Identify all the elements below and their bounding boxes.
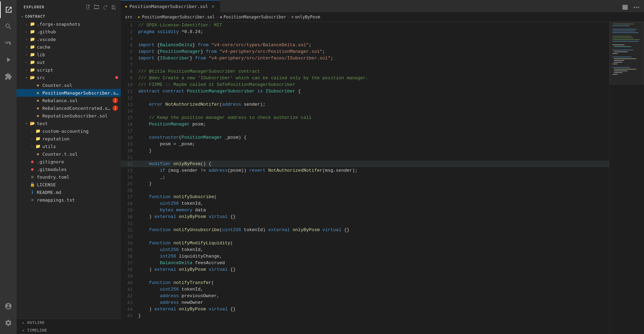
split-editor-button[interactable] bbox=[620, 2, 630, 12]
file-gitmodules[interactable]: ● .gitmodules bbox=[17, 165, 121, 173]
code-line-34: 34 function notifyModifyLiquidity( bbox=[121, 240, 609, 246]
sidebar-header-icons bbox=[85, 3, 117, 10]
folder-forge-snapshots[interactable]: › 📁 .forge-snapshots bbox=[17, 20, 121, 28]
code-line-43: 43 address newOwner bbox=[121, 299, 609, 306]
folder-github[interactable]: › 📁 .github bbox=[17, 28, 121, 35]
foundry-icon: ⚙ bbox=[29, 174, 35, 179]
folder-test[interactable]: ▾ 📂 test bbox=[17, 120, 121, 127]
folder-lib[interactable]: › 📁 lib bbox=[17, 51, 121, 58]
reputation-folder-label: reputation bbox=[42, 136, 69, 141]
custom-accounting-icon: 📁 bbox=[35, 129, 41, 133]
folder-out[interactable]: › 📁 out bbox=[17, 58, 121, 66]
file-counter-sol[interactable]: ◆ Counter.sol bbox=[17, 81, 121, 89]
folder-cache[interactable]: › 📁 cache bbox=[17, 43, 121, 51]
tab-posmanager[interactable]: ◆ PositionManagerSubscriber.sol ✕ bbox=[121, 0, 220, 12]
rebalance-sol-icon: ◆ bbox=[35, 98, 41, 103]
folder-vscode[interactable]: › 📁 .vscode bbox=[17, 35, 121, 43]
main-editor-area: ◆ PositionManagerSubscriber.sol ✕ src › … bbox=[121, 0, 644, 334]
file-posmanager-sol[interactable]: ◆ PositionManagerSubscriber.sol bbox=[17, 89, 121, 97]
code-line-45: 45 } bbox=[121, 312, 609, 319]
reputation-sol-icon: ◆ bbox=[35, 113, 41, 118]
file-tree: ▾ CONTRACT › 📁 .forge-snapshots › 📁 .git… bbox=[17, 13, 121, 319]
bottom-panels: ▸ OUTLINE bbox=[17, 319, 121, 326]
folder-script[interactable]: › 📁 script bbox=[17, 66, 121, 74]
code-line-23: 23 if (msg.sender != address(posm)) reve… bbox=[121, 167, 609, 174]
counter-sol-icon: ◆ bbox=[35, 83, 41, 88]
sidebar-title: EXPLORER bbox=[24, 5, 44, 9]
file-rebalance-sol[interactable]: ◆ Rebalance.sol 2 bbox=[17, 97, 121, 104]
license-label: LICENSE bbox=[37, 182, 56, 187]
code-line-3: 3 bbox=[121, 35, 609, 42]
folder-reputation[interactable]: › 📁 reputation bbox=[17, 135, 121, 142]
more-actions-button[interactable] bbox=[632, 2, 641, 12]
code-line-8: 8 /// @title PositionManagerSubscriber c… bbox=[121, 68, 609, 75]
minimap bbox=[609, 22, 644, 334]
remappings-icon: ≡ bbox=[29, 197, 35, 202]
code-line-28: 28 uint256 tokenId, bbox=[121, 200, 609, 207]
folder-src-label: src bbox=[37, 75, 45, 80]
activity-bar bbox=[0, 0, 17, 334]
file-gitignore[interactable]: ● .gitignore bbox=[17, 158, 121, 165]
file-readme[interactable]: ℹ README.md bbox=[17, 188, 121, 196]
file-counter-t-sol[interactable]: ◆ Counter.t.sol bbox=[17, 150, 121, 158]
file-foundry-toml[interactable]: ⚙ foundry.toml bbox=[17, 173, 121, 181]
search-icon[interactable] bbox=[0, 18, 17, 35]
code-line-42: 42 address previousOwner, bbox=[121, 293, 609, 299]
root-arrow: ▾ bbox=[19, 15, 25, 18]
folder-src-icon: 📂 bbox=[29, 75, 35, 80]
breadcrumb: src › ◆ PositionManagerSubscriber.sol › … bbox=[121, 12, 644, 22]
code-line-44: 44 ) external onlyByPosm virtual {} bbox=[121, 306, 609, 312]
code-line-37: 37 BalanceDelta feesAccrued bbox=[121, 260, 609, 266]
folder-utils[interactable]: › 📁 utils bbox=[17, 142, 121, 150]
code-line-38: 38 ) external onlyByPosm virtual {} bbox=[121, 266, 609, 273]
tab-bar-actions bbox=[620, 2, 644, 12]
breadcrumb-file[interactable]: PositionManagerSubscriber.sol bbox=[142, 15, 215, 19]
outline-panel[interactable]: ▸ OUTLINE bbox=[22, 320, 45, 325]
tab-close-button[interactable]: ✕ bbox=[210, 3, 216, 9]
accounts-icon[interactable] bbox=[0, 298, 17, 315]
file-license[interactable]: 🔒 LICENSE bbox=[17, 181, 121, 188]
gitmodules-icon: ● bbox=[29, 167, 35, 172]
code-editor[interactable]: 1 // SPDX-License-Identifier: MIT 2 prag… bbox=[121, 22, 609, 334]
settings-icon[interactable] bbox=[0, 315, 17, 331]
utils-arrow: › bbox=[29, 145, 35, 148]
gitmodules-label: .gitmodules bbox=[37, 167, 67, 172]
code-line-29: 29 bytes memory data bbox=[121, 207, 609, 213]
tab-sol-icon: ◆ bbox=[125, 4, 127, 9]
code-line-2: 2 pragma solidity ^0.8.24; bbox=[121, 28, 609, 35]
timeline-panel[interactable]: ▸ TIMELINE bbox=[22, 328, 47, 333]
collapse-button[interactable] bbox=[110, 3, 117, 10]
reputation-sol-label: ReputationSubscriber.sol bbox=[42, 113, 108, 119]
code-line-33: 33 bbox=[121, 233, 609, 240]
file-remappings[interactable]: ≡ remappings.txt bbox=[17, 196, 121, 204]
code-line-30: 30 ) external onlyByPosm virtual {} bbox=[121, 213, 609, 220]
code-line-14: 14 bbox=[121, 108, 609, 114]
folder-out-arrow: › bbox=[24, 60, 29, 64]
code-line-10: 10 /// FIXME :: Maybe called it SafePosi… bbox=[121, 81, 609, 88]
extensions-icon[interactable] bbox=[0, 68, 17, 85]
code-line-27: 27 function notifySubscribe( bbox=[121, 194, 609, 200]
folder-src[interactable]: ▾ 📂 src bbox=[17, 74, 121, 81]
code-line-26: 26 bbox=[121, 187, 609, 194]
file-rebalanced-sol[interactable]: ◆ RebalancedConcentrated.sol 2 bbox=[17, 104, 121, 112]
folder-custom-accounting[interactable]: › 📁 custom-accounting bbox=[17, 127, 121, 135]
run-debug-icon[interactable] bbox=[0, 51, 17, 68]
refresh-button[interactable] bbox=[101, 3, 108, 10]
root-folder[interactable]: ▾ CONTRACT bbox=[17, 13, 121, 20]
folder-cache-icon: 📁 bbox=[29, 44, 35, 49]
file-reputation-sol[interactable]: ◆ ReputationSubscriber.sol bbox=[17, 112, 121, 120]
rebalance-sol-label: Rebalance.sol bbox=[42, 98, 78, 103]
new-file-button[interactable] bbox=[85, 3, 92, 10]
code-line-11: 11 abstract contract PositionManagerSubs… bbox=[121, 88, 609, 95]
explorer-icon[interactable] bbox=[0, 1, 17, 18]
rebalance-badge: 2 bbox=[112, 98, 118, 103]
breadcrumb-file-icon: ◆ bbox=[138, 15, 140, 19]
folder-cache-arrow: › bbox=[24, 45, 29, 49]
folder-test-arrow: ▾ bbox=[24, 122, 29, 125]
source-control-icon[interactable] bbox=[0, 35, 17, 51]
new-folder-button[interactable] bbox=[93, 3, 100, 10]
breadcrumb-src[interactable]: src bbox=[125, 15, 133, 19]
breadcrumb-function[interactable]: onlyByPosm bbox=[295, 15, 320, 19]
rebalanced-badge: 2 bbox=[112, 105, 118, 111]
breadcrumb-contract[interactable]: PositionManagerSubscriber bbox=[224, 15, 286, 19]
